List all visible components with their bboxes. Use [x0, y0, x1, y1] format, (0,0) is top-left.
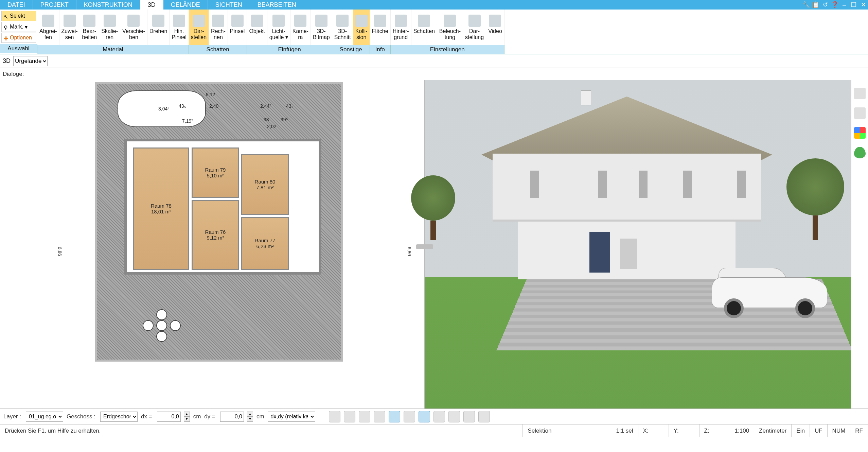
- zuweisen-icon: [64, 15, 76, 27]
- info-small-icon[interactable]: [478, 411, 490, 422]
- optionen-button[interactable]: ✚Optionen: [1, 33, 36, 43]
- furniture-icon[interactable]: [854, 107, 866, 119]
- view-2d[interactable]: 3,04⁵ 9,12 2,40 2,44⁵ 43₅ 43₅ 93 99⁵ 2,0…: [0, 80, 425, 408]
- ribbon-label: Rech-: [211, 28, 226, 34]
- ribbon-3dbitmap-button[interactable]: 3D-Bitmap: [311, 10, 332, 45]
- ribbon-label: Dar-: [193, 28, 204, 34]
- ribbon-beleuchtung-button[interactable]: Beleuch-tung: [437, 10, 463, 45]
- node-icon[interactable]: [463, 411, 475, 422]
- snap-mid-icon[interactable]: [404, 411, 415, 422]
- tool-icon[interactable]: 🔧: [801, 0, 811, 10]
- ribbon-rechnen-button[interactable]: Rech-nen: [209, 10, 228, 45]
- dx-label: dx =: [141, 413, 152, 420]
- refresh-icon[interactable]: ↺: [820, 0, 830, 10]
- menu-bar: DATEI PROJEKT KONSTRUKTION 3D GELÄNDE SI…: [0, 0, 868, 10]
- tab-bearbeiten[interactable]: BEARBEITEN: [250, 0, 304, 10]
- plants-icon[interactable]: [854, 147, 866, 158]
- status-scale: 1:100: [730, 424, 755, 437]
- window-minimize-icon[interactable]: –: [839, 0, 849, 10]
- layers-icon[interactable]: [854, 88, 866, 99]
- ribbon-verschieben-button[interactable]: Verschie-ben: [120, 10, 147, 45]
- window: [620, 239, 637, 269]
- layer-select[interactable]: 01_ug.eg.og: [26, 412, 63, 422]
- window-maximize-icon[interactable]: ❐: [849, 0, 858, 10]
- geschoss-select[interactable]: Erdgeschos: [100, 412, 138, 422]
- front-door: [589, 232, 610, 273]
- hintergrund-icon: [395, 15, 407, 27]
- terrain-select[interactable]: Urgelände: [13, 56, 48, 66]
- chimney: [581, 90, 591, 105]
- mark-button[interactable]: ⚲Mark.▾: [1, 22, 36, 32]
- ribbon-pinsel-button[interactable]: Pinsel: [228, 10, 247, 45]
- tab-sichten[interactable]: SICHTEN: [208, 0, 250, 10]
- dx-spinner[interactable]: ▲▼: [184, 412, 190, 422]
- ribbon-label: Kame-: [293, 28, 308, 34]
- room-name: Raum 77: [255, 238, 276, 243]
- ribbon-3dschnitt-button[interactable]: 3D-Schnitt: [332, 10, 353, 45]
- snap-line-icon[interactable]: [389, 411, 400, 422]
- mode-label: 3D: [3, 57, 11, 65]
- snap-center-icon[interactable]: [433, 411, 445, 422]
- ribbon-video-button[interactable]: Video: [486, 10, 504, 45]
- darstellen-icon: [193, 15, 205, 27]
- ribbon-bearbeiten-button[interactable]: Bear-beiten: [80, 10, 100, 45]
- ribbon-label: Pinsel: [230, 28, 245, 34]
- dy-input[interactable]: [220, 412, 244, 422]
- ribbon-label: beiten: [82, 34, 97, 40]
- dialoge-bar: Dialoge:: [0, 68, 868, 80]
- layer-label: Layer :: [3, 413, 21, 420]
- ribbon-abgreifen-button[interactable]: Abgrei-fen: [37, 10, 59, 45]
- tab-projekt[interactable]: PROJEKT: [33, 0, 76, 10]
- tab-3d[interactable]: 3D: [140, 0, 163, 10]
- status-rf: RF: [850, 424, 868, 437]
- view-splitter[interactable]: [416, 244, 433, 249]
- grid-icon[interactable]: [359, 411, 370, 422]
- materials-icon[interactable]: [854, 127, 866, 139]
- ribbon-label: Bear-: [83, 28, 96, 34]
- coord-mode-select[interactable]: dx,dy (relativ ka: [268, 412, 315, 422]
- ribbon-flaeche-button[interactable]: Fläche: [370, 10, 391, 45]
- ribbon-label: nen: [214, 34, 223, 40]
- ribbon-hin-pinsel-button[interactable]: Hin.Pinsel: [170, 10, 189, 45]
- grid2-icon[interactable]: [448, 411, 460, 422]
- align-icon[interactable]: [374, 411, 385, 422]
- ribbon-objekt-button[interactable]: Objekt: [247, 10, 267, 45]
- dx-input[interactable]: [157, 412, 181, 422]
- ribbon-hintergrund-button[interactable]: Hinter-grund: [391, 10, 411, 45]
- status-help: Drücken Sie F1, um Hilfe zu erhalten.: [0, 424, 523, 437]
- wheel-icon: [795, 298, 815, 318]
- rechnen-icon: [212, 15, 224, 27]
- ribbon-darstellen-button[interactable]: Dar-stellen: [189, 10, 209, 45]
- clipboard-icon[interactable]: 📋: [811, 0, 820, 10]
- ribbon-kollision-button[interactable]: Kolli-sion: [353, 10, 370, 45]
- rect-icon[interactable]: [344, 411, 355, 422]
- ribbon-schatten-set-button[interactable]: Schatten: [411, 10, 437, 45]
- group-label-material: Material: [37, 45, 189, 54]
- ribbon-skalieren-button[interactable]: Skalie-ren: [99, 10, 120, 45]
- group-label-einfuegen: Einfügen: [247, 45, 332, 54]
- dim-left-686: 6,86: [57, 247, 63, 256]
- flaeche-icon: [374, 15, 386, 27]
- room-area: 6,23 m²: [256, 243, 274, 249]
- bottom-toolbar: Layer : 01_ug.eg.og Geschoss : Erdgescho…: [0, 408, 868, 424]
- tab-konstruktion[interactable]: KONSTRUKTION: [76, 0, 140, 10]
- tab-datei[interactable]: DATEI: [0, 0, 33, 10]
- selekt-button[interactable]: ↖Selekt: [1, 11, 36, 21]
- ribbon-label: ben: [129, 34, 138, 40]
- ribbon-lichtquelle-button[interactable]: Licht-quelle ▾: [267, 10, 290, 45]
- clock-icon[interactable]: [329, 411, 340, 422]
- ribbon-label: ren: [106, 34, 113, 40]
- ribbon-zuweisen-button[interactable]: Zuwei-sen: [59, 10, 80, 45]
- ribbon-darstellung-button[interactable]: Dar-stellung: [463, 10, 486, 45]
- view-3d[interactable]: [425, 80, 868, 408]
- house-plan: Raum 78 18,01 m² Raum 79 5,10 m² Raum 76…: [124, 139, 321, 275]
- snap-end-icon[interactable]: [419, 411, 430, 422]
- tab-gelaende[interactable]: GELÄNDE: [163, 0, 208, 10]
- ribbon-kamera-button[interactable]: Kame-ra: [290, 10, 311, 45]
- car-3d: [712, 264, 827, 318]
- dy-spinner[interactable]: ▲▼: [247, 412, 253, 422]
- ribbon-drehen-button[interactable]: Drehen: [147, 10, 170, 45]
- window-close-icon[interactable]: ✕: [858, 0, 868, 10]
- help-icon[interactable]: ❓: [830, 0, 839, 10]
- window: [598, 171, 607, 198]
